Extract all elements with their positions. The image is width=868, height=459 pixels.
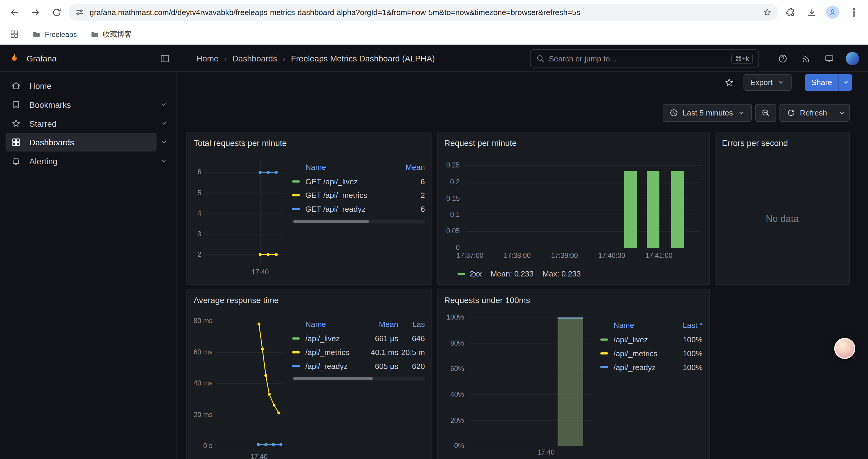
legend-line[interactable]: 2xx Mean: 0.233 Max: 0.233 bbox=[458, 269, 581, 278]
breadcrumb-item[interactable]: Home bbox=[196, 54, 219, 63]
zoom-out-icon[interactable] bbox=[755, 104, 776, 122]
sidebar-link-starred[interactable]: Starred bbox=[6, 114, 157, 133]
menu-kebab-icon[interactable] bbox=[845, 3, 862, 21]
y-axis-tick: 0.2 bbox=[450, 178, 460, 186]
sidebar-link-bookmarks[interactable]: Bookmarks bbox=[6, 95, 157, 114]
sidebar-link-dashboards[interactable]: Dashboards bbox=[6, 133, 157, 152]
breadcrumb-item[interactable]: Dashboards bbox=[232, 54, 277, 63]
y-axis-tick: 0 bbox=[456, 244, 460, 252]
legend-series-value: 6 bbox=[396, 177, 425, 186]
grafana-header: Grafana Home›Dashboards›Freeleaps Metric… bbox=[0, 45, 868, 72]
sidebar-expand-button[interactable] bbox=[157, 154, 171, 168]
time-controls: Last 5 minutes Refresh bbox=[663, 104, 850, 122]
legend-header-name[interactable]: Name bbox=[306, 320, 364, 328]
help-icon[interactable] bbox=[776, 52, 789, 65]
dashboard-actions: Export Share bbox=[721, 74, 852, 91]
legend-row[interactable]: GET /api/_readyz6 bbox=[292, 202, 425, 216]
legend-row[interactable]: GET /api/_metrics2 bbox=[292, 188, 425, 202]
breadcrumb-item: Freeleaps Metrics Dashboard (ALPHA) bbox=[291, 54, 435, 63]
folder-icon bbox=[32, 30, 41, 39]
refresh-interval-dropdown[interactable] bbox=[834, 104, 849, 121]
user-avatar[interactable] bbox=[846, 52, 859, 65]
legend-row[interactable]: /api/_readyz605 µs620 bbox=[292, 359, 425, 373]
site-settings-icon[interactable] bbox=[75, 8, 84, 17]
series-color-swatch bbox=[292, 180, 300, 182]
bar bbox=[647, 171, 660, 248]
assistant-avatar[interactable] bbox=[834, 338, 855, 359]
bar-chart: 0.250.20.150.10.05017:37:0017:38:0017:39… bbox=[438, 153, 709, 285]
legend-scrollbar[interactable] bbox=[292, 376, 425, 381]
time-range-picker[interactable]: Last 5 minutes bbox=[663, 104, 752, 122]
browser-profile-icon[interactable] bbox=[824, 3, 841, 21]
sidebar-item-dashboards: Dashboards bbox=[6, 133, 171, 152]
sidebar-item-bookmarks: Bookmarks bbox=[6, 95, 171, 114]
panel-title[interactable]: Total requests per minute bbox=[187, 132, 432, 153]
panel-title[interactable]: Request per minute bbox=[438, 132, 709, 153]
chevron-down-icon bbox=[160, 101, 167, 108]
x-axis-tick: 17:38:00 bbox=[504, 252, 531, 259]
sidebar-item-home: Home bbox=[6, 76, 171, 95]
legend-header-stat[interactable]: Last * bbox=[674, 321, 703, 330]
legend-mean: Mean: 0.233 bbox=[491, 269, 534, 278]
display-monitor-icon[interactable] bbox=[823, 52, 836, 65]
panel-title[interactable]: Requests under 100ms bbox=[438, 289, 709, 310]
series-color-swatch bbox=[292, 208, 300, 210]
grafana-app: Grafana Home›Dashboards›Freeleaps Metric… bbox=[0, 45, 868, 459]
grafana-brand[interactable]: Grafana bbox=[9, 53, 56, 64]
sidebar-link-alerting[interactable]: Alerting bbox=[6, 152, 157, 170]
forward-icon[interactable] bbox=[27, 3, 44, 21]
legend-scrollbar[interactable] bbox=[292, 220, 425, 223]
bar bbox=[624, 171, 637, 248]
export-button[interactable]: Export bbox=[744, 74, 792, 91]
refresh-button[interactable]: Refresh bbox=[780, 104, 834, 121]
legend-series-value: 620 bbox=[398, 362, 425, 370]
legend-row[interactable]: /api/_metrics40.1 ms20.5 m bbox=[292, 345, 425, 359]
apps-grid-icon[interactable] bbox=[6, 27, 22, 42]
legend-row[interactable]: GET /api/_livez6 bbox=[292, 174, 425, 188]
legend-row[interactable]: /api/_livez100% bbox=[600, 332, 703, 346]
dock-sidebar-icon[interactable] bbox=[159, 53, 172, 65]
legend-header-stat[interactable]: Mean bbox=[364, 320, 398, 328]
legend-max: Max: 0.233 bbox=[542, 269, 581, 278]
sidebar-expand-button[interactable] bbox=[157, 116, 171, 131]
favorite-star-icon[interactable] bbox=[721, 75, 737, 90]
sidebar-expand-button[interactable] bbox=[157, 97, 171, 112]
chevron-down-icon bbox=[160, 119, 167, 127]
rss-news-icon[interactable] bbox=[800, 52, 813, 65]
search-input[interactable]: Search or jump to... ⌘+k bbox=[530, 49, 759, 68]
legend-row[interactable]: /api/_metrics100% bbox=[600, 346, 703, 360]
extensions-icon[interactable] bbox=[782, 3, 800, 21]
legend-header-name[interactable]: Name bbox=[306, 163, 396, 172]
address-bar[interactable]: grafana.mathmast.com/d/deytv4rwavabkb/fr… bbox=[68, 4, 778, 21]
share-dropdown-icon[interactable] bbox=[839, 74, 852, 91]
browser-toolbar: grafana.mathmast.com/d/deytv4rwavabkb/fr… bbox=[0, 0, 868, 24]
sidebar-item-label: Starred bbox=[29, 119, 56, 128]
legend-row[interactable]: /api/_readyz100% bbox=[600, 360, 703, 374]
share-button[interactable]: Share bbox=[805, 74, 839, 91]
reload-icon[interactable] bbox=[48, 3, 65, 21]
sidebar: HomeBookmarksStarredDashboardsAlerting bbox=[0, 72, 177, 459]
legend-header-row: NameMean bbox=[292, 160, 425, 174]
bookmark-item[interactable]: 收藏博客 bbox=[86, 27, 136, 42]
scrollbar-thumb[interactable] bbox=[293, 377, 373, 380]
downloads-icon[interactable] bbox=[803, 3, 820, 21]
sidebar-item-label: Home bbox=[29, 81, 52, 90]
bookmark-star-icon[interactable] bbox=[763, 8, 772, 17]
legend-header-stat[interactable]: Mean bbox=[396, 163, 425, 172]
y-axis-tick: 0.25 bbox=[446, 162, 460, 169]
scrollbar-thumb[interactable] bbox=[293, 220, 369, 223]
legend-row[interactable]: /api/_livez661 µs646 bbox=[292, 331, 425, 345]
header-actions bbox=[776, 45, 859, 72]
legend-series-name: /api/_livez bbox=[306, 334, 364, 342]
sidebar-expand-button[interactable] bbox=[157, 135, 171, 150]
panel-title[interactable]: Average response time bbox=[187, 289, 432, 310]
breadcrumb-separator: › bbox=[283, 54, 285, 63]
back-icon[interactable] bbox=[6, 3, 23, 21]
panel-title[interactable]: Errors per second bbox=[715, 132, 849, 153]
sidebar-link-home[interactable]: Home bbox=[6, 76, 171, 95]
legend-header-name[interactable]: Name bbox=[614, 321, 674, 330]
legend-series-name[interactable]: 2xx bbox=[470, 269, 482, 278]
y-axis-tick: 20 ms bbox=[193, 411, 212, 418]
legend-header-stat[interactable]: Las bbox=[398, 320, 425, 328]
bookmark-item[interactable]: Freeleaps bbox=[28, 28, 81, 41]
